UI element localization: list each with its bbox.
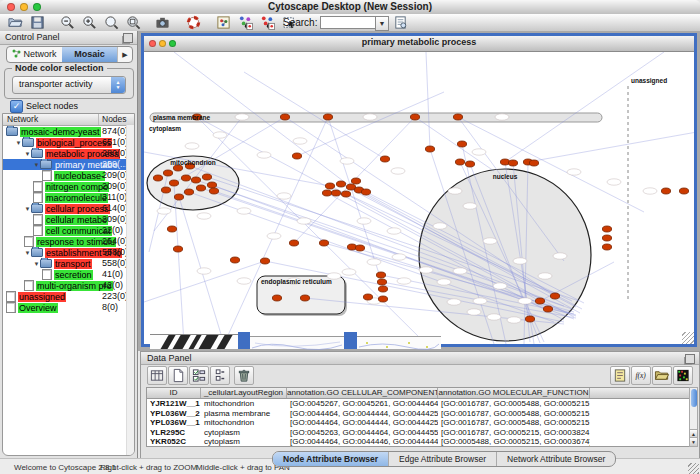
tab-mosaic[interactable]: Mosaic: [62, 47, 117, 62]
network-node[interactable]: [380, 156, 389, 162]
network-node[interactable]: [679, 188, 688, 194]
expander-icon[interactable]: ▼: [24, 206, 31, 212]
tree-row[interactable]: ▼cellular process614(0): [3, 203, 134, 214]
tree-row[interactable]: nucleobase-209(0): [3, 170, 134, 181]
tree-scrollbar[interactable]: [126, 125, 134, 455]
table-column-header[interactable]: _cellularLayoutRegion: [201, 388, 287, 398]
table-row[interactable]: YLR295Ccytoplasm[GO:0045263, GO:0044464,…: [147, 428, 691, 438]
tree-row[interactable]: ▼transport558(0): [3, 258, 134, 269]
expander-icon[interactable]: ▼: [24, 250, 31, 256]
snapshot-icon[interactable]: [155, 15, 170, 30]
zoom-out-icon[interactable]: [60, 15, 75, 30]
network-node[interactable]: [184, 189, 193, 195]
network-node[interactable]: [289, 240, 298, 246]
network-node[interactable]: [260, 258, 269, 264]
attribute-browser-tab[interactable]: Edge Attribute Browser: [389, 452, 497, 466]
background-window-overview[interactable]: [150, 334, 238, 349]
table-row[interactable]: YPL036W__1mitochondrion[GO:0044464, GO:0…: [147, 418, 691, 428]
network-node[interactable]: [174, 194, 183, 200]
attribute-table-header[interactable]: ID_cellularLayoutRegionannotation.GO CEL…: [147, 388, 691, 399]
network-node[interactable]: [376, 272, 385, 278]
network-node[interactable]: [280, 114, 289, 120]
attribute-select-icon[interactable]: [147, 366, 167, 385]
network-node[interactable]: [508, 160, 517, 166]
create-attribute-icon[interactable]: [168, 366, 188, 385]
network-frame[interactable]: primary metabolic process plasma membran…: [141, 33, 697, 347]
network-node[interactable]: [207, 182, 216, 188]
layout-icon-1[interactable]: [238, 15, 253, 30]
network-node[interactable]: [292, 153, 301, 159]
network-node[interactable]: [323, 114, 332, 120]
import-list-icon[interactable]: [610, 366, 630, 385]
tree-row[interactable]: unassigned223(0): [3, 291, 134, 302]
table-row[interactable]: YPL036W__2plasma membrane[GO:0044464, GO…: [147, 409, 691, 419]
network-node[interactable]: [361, 189, 370, 195]
resize-grip-icon[interactable]: [682, 332, 694, 344]
table-row[interactable]: YKR052Ccytoplasm[GO:0044464, GO:0044446,…: [147, 437, 691, 447]
float-panel-icon[interactable]: [685, 354, 695, 364]
formula-icon[interactable]: f(x): [631, 366, 651, 385]
zoom-selected-icon[interactable]: [126, 15, 141, 30]
network-frame-titlebar[interactable]: primary metabolic process: [144, 36, 694, 52]
network-node[interactable]: [455, 159, 464, 165]
tree-row[interactable]: ▼biological_process651(0): [3, 137, 134, 148]
network-node[interactable]: [425, 146, 434, 152]
delete-attribute-icon[interactable]: [234, 366, 254, 385]
color-attribute-dropdown[interactable]: transporter activity ▲▼: [12, 76, 126, 94]
network-node[interactable]: [181, 175, 190, 181]
network-node[interactable]: [167, 226, 176, 232]
network-node[interactable]: [550, 293, 559, 299]
tree-row[interactable]: macromolecule311(0): [3, 192, 134, 203]
zoom-in-icon[interactable]: [82, 15, 97, 30]
background-window-preview[interactable]: [250, 336, 344, 349]
table-column-header[interactable]: annotation.GO CELLULAR_COMPONENT: [287, 388, 438, 398]
column-divider[interactable]: [98, 114, 99, 125]
network-node[interactable]: [163, 170, 172, 176]
network-node[interactable]: [535, 298, 544, 304]
network-node[interactable]: [410, 114, 419, 120]
network-node[interactable]: [341, 191, 350, 197]
window-resize-grip-icon[interactable]: [688, 463, 699, 474]
import-file-icon[interactable]: [652, 366, 672, 385]
network-node[interactable]: [661, 188, 670, 194]
network-node[interactable]: [543, 306, 552, 312]
advanced-search-icon[interactable]: [393, 15, 408, 30]
background-window-edge[interactable]: [238, 332, 250, 349]
network-node[interactable]: [336, 181, 345, 187]
tab-overflow-arrow[interactable]: ▶: [117, 47, 132, 62]
modify-attributes-icon[interactable]: [189, 366, 209, 385]
network-canvas[interactable]: plasma membranecytoplasmmitochondrionnuc…: [144, 52, 694, 344]
network-node[interactable]: [161, 187, 170, 193]
network-node[interactable]: [153, 175, 162, 181]
tree-row[interactable]: mosaic-demo-yeast874(0): [3, 126, 134, 137]
table-row[interactable]: YDR039C__1mitochondrion[GO:0044464, GO:0…: [147, 447, 691, 448]
zoom-fit-icon[interactable]: [104, 15, 119, 30]
background-window-edge[interactable]: [344, 332, 357, 349]
open-icon[interactable]: [8, 15, 23, 30]
table-column-header[interactable]: ID: [147, 388, 201, 398]
network-node[interactable]: [529, 160, 538, 166]
attribute-browser-tab[interactable]: Network Attribute Browser: [497, 452, 615, 466]
table-scrollbar[interactable]: ▲ ▼: [689, 387, 698, 447]
tab-network[interactable]: Network: [7, 47, 62, 62]
tree-row[interactable]: ▼metabolic process280(0): [3, 148, 134, 159]
table-column-header[interactable]: annotation.GO MOLECULAR_FUNCTION: [438, 388, 590, 398]
network-node[interactable]: [355, 245, 364, 251]
network-node[interactable]: [230, 257, 239, 263]
search-dropdown-icon[interactable]: ▼: [375, 16, 389, 31]
tree-row[interactable]: response to stimulu264(0): [3, 236, 134, 247]
network-node[interactable]: [378, 296, 387, 302]
expander-icon[interactable]: ▼: [33, 162, 40, 168]
network-node[interactable]: [602, 235, 611, 241]
network-node[interactable]: [191, 177, 200, 183]
network-node[interactable]: [457, 141, 466, 147]
attribute-batch-icon[interactable]: [210, 366, 230, 385]
network-node[interactable]: [602, 226, 611, 232]
tree-row[interactable]: ▼primary metabo209(...: [3, 159, 134, 170]
expander-icon[interactable]: ▼: [24, 151, 31, 157]
network-node[interactable]: [169, 180, 178, 186]
network-node[interactable]: [351, 178, 360, 184]
network-node[interactable]: [319, 240, 328, 246]
network-node[interactable]: [363, 294, 372, 300]
network-node[interactable]: [453, 114, 462, 120]
